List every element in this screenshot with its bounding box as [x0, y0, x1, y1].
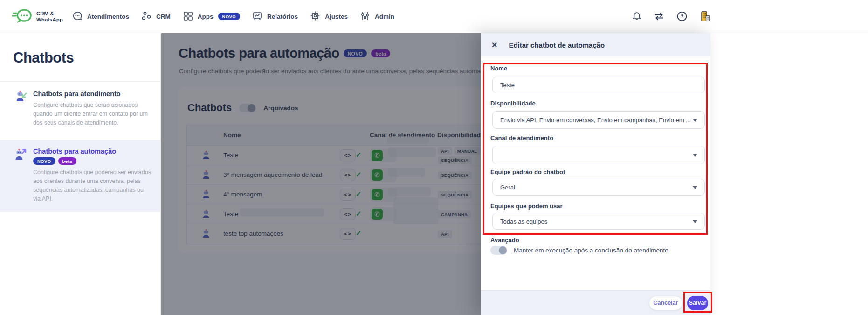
- robot-arrow-up-icon: [13, 147, 27, 203]
- nav-menu: Atendimentos CRM Apps NOVO: [72, 0, 394, 33]
- bell-icon[interactable]: [632, 11, 642, 21]
- nav-item-atendimentos[interactable]: Atendimentos: [72, 11, 129, 22]
- nav-item-label: CRM: [156, 13, 171, 20]
- svg-text:?: ?: [681, 14, 684, 19]
- cancel-button[interactable]: Cancelar: [649, 296, 682, 310]
- field-label-equipes-podem-usar: Equipes que podem usar: [490, 203, 563, 210]
- equipes-podem-usar-select[interactable]: Todas as equipes: [492, 213, 705, 230]
- nome-input-value: Teste: [500, 82, 515, 89]
- field-label-canal: Canal de atendimento: [490, 134, 553, 141]
- close-icon[interactable]: ✕: [491, 41, 497, 49]
- nav-item-label: Relatórios: [267, 13, 298, 20]
- nav-item-admin[interactable]: Admin: [360, 11, 394, 22]
- nav-right-icons: ?: [632, 0, 711, 33]
- nav-item-relatorios[interactable]: Relatórios: [252, 11, 298, 22]
- gear-icon: [310, 11, 320, 22]
- chevron-down-icon: [693, 154, 697, 157]
- equipe-padrao-select-value: Geral: [500, 184, 515, 191]
- sidebar-item-chatbots-automacao[interactable]: Chatbots para automação NOVO beta Config…: [0, 140, 160, 212]
- nav-item-ajustes[interactable]: Ajustes: [310, 11, 348, 22]
- nav-item-label: Apps: [198, 13, 214, 20]
- logo-text-line1: CRM &: [36, 11, 63, 17]
- disponibilidade-select-value: Envio via API, Envio em conversas, Envio…: [500, 117, 691, 124]
- chat-bubble-icon: [72, 11, 83, 22]
- modal-dim-overlay: [161, 33, 481, 315]
- keep-running-toggle[interactable]: [490, 246, 507, 255]
- sidebar-item-description: Configure chatbots que serão acionados q…: [33, 101, 151, 127]
- nav-item-label: Atendimentos: [87, 13, 129, 20]
- disponibilidade-select[interactable]: Envio via API, Envio em conversas, Envio…: [492, 111, 705, 129]
- equipes-select-value: Todas as equipes: [500, 218, 547, 225]
- nav-item-label: Ajustes: [325, 13, 348, 20]
- chevron-down-icon: [693, 220, 697, 223]
- top-navbar: CRM & WhatsApp Atendimentos: [0, 0, 868, 33]
- beta-badge: beta: [58, 157, 76, 165]
- keep-running-toggle-label: Manter em execução após a conclusão do a…: [514, 247, 668, 254]
- nav-item-label: Admin: [375, 13, 394, 20]
- advanced-section-label: Avançado: [490, 237, 519, 244]
- sliders-icon: [360, 11, 370, 22]
- save-button[interactable]: Salvar: [687, 296, 708, 310]
- robot-arrow-down-icon: [13, 90, 27, 127]
- sidebar-item-description: Configure chatbots que poderão ser envia…: [33, 168, 151, 203]
- drawer-footer: Cancelar Salvar: [481, 290, 710, 315]
- equipe-padrao-select[interactable]: Geral: [492, 179, 705, 196]
- app-screen: CRM & WhatsApp Atendimentos: [0, 0, 868, 315]
- help-circle-icon[interactable]: ?: [676, 11, 688, 22]
- edit-chatbot-drawer: ✕ Editar chatbot de automação Nome Teste…: [481, 33, 710, 315]
- drawer-header: ✕ Editar chatbot de automação: [481, 33, 710, 56]
- left-sidebar: Chatbots Chatbots para atendimento Confi…: [0, 33, 161, 315]
- field-label-nome: Nome: [490, 65, 507, 72]
- sidebar-item-title: Chatbots para automação: [33, 147, 151, 155]
- app-logo[interactable]: CRM & WhatsApp: [12, 7, 63, 27]
- canal-atendimento-select[interactable]: [492, 146, 705, 164]
- nav-item-crm[interactable]: CRM: [141, 11, 171, 22]
- main-content: Chatbots para automação NOVO beta Config…: [161, 33, 481, 315]
- nome-input[interactable]: Teste: [492, 77, 705, 93]
- logo-text-line2: WhatsApp: [36, 17, 63, 23]
- chevron-down-icon: [693, 186, 697, 189]
- grid-icon: [183, 11, 193, 22]
- nav-item-apps[interactable]: Apps NOVO: [183, 11, 240, 22]
- drawer-title: Editar chatbot de automação: [509, 41, 605, 49]
- chevron-down-icon: [693, 119, 697, 122]
- company-building-icon[interactable]: [699, 10, 711, 22]
- sidebar-item-chatbots-atendimento[interactable]: Chatbots para atendimento Configure chat…: [0, 82, 160, 134]
- nodes-icon: [141, 11, 152, 22]
- field-label-disponibilidade: Disponibilidade: [490, 100, 536, 107]
- novo-badge: NOVO: [33, 157, 55, 165]
- novo-badge: NOVO: [218, 13, 241, 20]
- page-title: Chatbots: [13, 49, 160, 66]
- logo-chat-bubble-icon: [12, 7, 33, 27]
- swap-arrows-icon[interactable]: [654, 11, 665, 21]
- field-label-equipe-padrao: Equipe padrão do chatbot: [490, 168, 565, 175]
- sidebar-item-title: Chatbots para atendimento: [33, 90, 151, 98]
- presentation-chart-icon: [252, 11, 262, 22]
